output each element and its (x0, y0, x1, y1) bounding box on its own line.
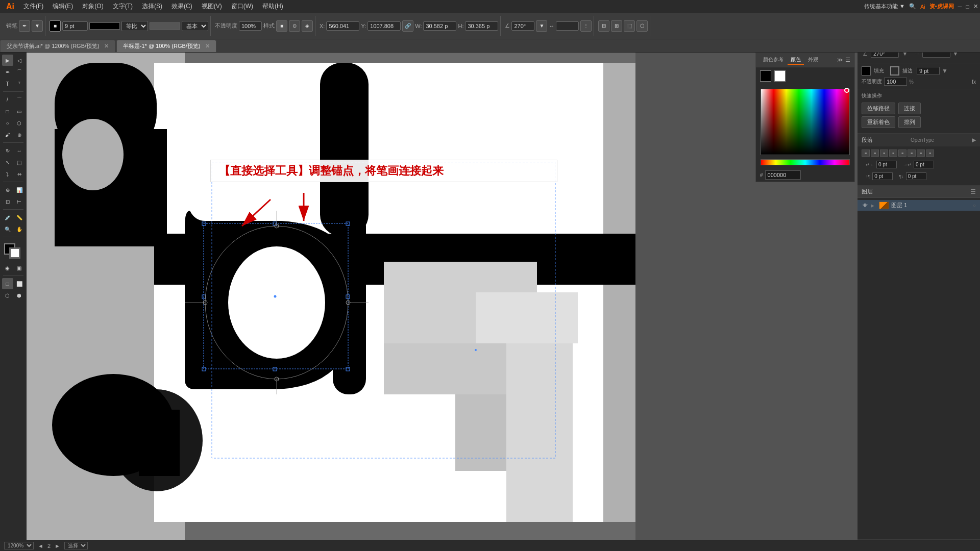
stroke-color-icon[interactable]: ■ (50, 20, 61, 32)
transform-icon[interactable]: ⬚ (624, 20, 635, 32)
space-after-input[interactable] (906, 172, 926, 180)
canvas-area[interactable]: 【直接选择工具】调整锚点，将笔画连接起来 (27, 53, 635, 551)
paintbrush-tool[interactable]: 🖌 (2, 129, 13, 140)
menu-effect[interactable]: 效果(C) (167, 1, 197, 12)
menu-view[interactable]: 视图(V) (198, 1, 226, 12)
stroke-swatch[interactable] (890, 66, 899, 76)
rounded-rect-tool[interactable]: ▭ (14, 106, 25, 117)
join-btn[interactable]: 连接 (898, 103, 921, 114)
align-right[interactable]: ≡ (880, 149, 888, 157)
align-justify-last-center[interactable]: ≡ (908, 149, 916, 157)
artboard-tool[interactable]: ⊡ (2, 196, 13, 207)
measure-tool[interactable]: 📏 (14, 212, 25, 223)
layer-1-expand[interactable]: ▶ (871, 203, 877, 208)
touch-type-tool[interactable]: ᵀ (14, 78, 25, 89)
mode-select[interactable]: 选择 (64, 542, 88, 549)
polygon-tool[interactable]: ⬡ (14, 117, 25, 129)
warp-tool[interactable]: ⤵ (2, 168, 13, 180)
color-ref-tab[interactable]: 颜色参考 (760, 55, 787, 65)
style-selector[interactable]: ■ (276, 20, 287, 32)
hex-input[interactable] (765, 170, 801, 180)
scale-tool[interactable]: ⤡ (2, 157, 13, 168)
eyedropper-tool[interactable]: 💉 (2, 212, 13, 223)
stroke-color[interactable] (9, 247, 20, 259)
rotate-tool[interactable]: ↻ (2, 145, 13, 156)
w-input[interactable] (423, 21, 456, 31)
window-maximize[interactable]: □ (966, 4, 969, 10)
rect-tool[interactable]: □ (2, 106, 13, 117)
extra-1[interactable]: ⬡ (2, 290, 13, 301)
width-tool[interactable]: ⇔ (14, 168, 25, 180)
indent-left-input[interactable] (876, 161, 897, 168)
window-minimize[interactable]: ─ (958, 4, 962, 10)
type-tool[interactable]: T (2, 78, 13, 89)
window-close[interactable]: ✕ (973, 3, 978, 10)
more-options[interactable]: ⋮ (580, 20, 592, 32)
recolor-btn[interactable]: 重新着色 (862, 116, 895, 128)
menu-file[interactable]: 文件(F) (19, 1, 47, 12)
gradient-mode[interactable]: ▣ (14, 262, 25, 273)
menu-object[interactable]: 对象(O) (78, 1, 107, 12)
slice-tool[interactable]: ⊢ (14, 196, 25, 207)
x-input[interactable] (326, 21, 359, 31)
menu-window[interactable]: 窗口(W) (227, 1, 257, 12)
arrange-btn[interactable]: 排列 (898, 116, 921, 128)
layer-1-visibility[interactable]: 👁 (862, 203, 869, 208)
fx-btn[interactable]: fx (972, 79, 976, 85)
layer-lock-icon[interactable]: ○ (973, 203, 976, 208)
indent-right-input[interactable] (914, 161, 934, 168)
pen-icon[interactable]: ✒ (19, 20, 30, 32)
layers-options-icon[interactable]: ☰ (970, 188, 976, 195)
color-hue-bar[interactable] (761, 159, 850, 165)
style-icon3[interactable]: ◈ (302, 20, 313, 32)
tab-0[interactable]: 父亲节讲解.ai* @ 1200% (RGB/预览) ✕ (0, 40, 115, 52)
stroke-expand[interactable]: ▼ (942, 67, 948, 74)
align-justify[interactable]: ≡ (889, 149, 897, 157)
full-mode[interactable]: ⬜ (14, 278, 25, 289)
foreground-swatch[interactable] (760, 70, 771, 82)
line-tool[interactable]: / (2, 94, 13, 105)
tab-1[interactable]: 半标题-1* @ 100% (RGB/预览) ✕ (116, 40, 216, 52)
align-justify-all[interactable]: ≡ (926, 149, 934, 157)
size2-input[interactable] (556, 21, 579, 31)
align-justify-last-left[interactable]: ≡ (898, 149, 906, 157)
selection-tool[interactable]: ▶ (2, 55, 13, 66)
search-icon[interactable]: 🔍 (909, 3, 916, 10)
panel-expand-icon[interactable]: ≫ (837, 57, 843, 63)
symbol-tool[interactable]: ⊛ (2, 184, 13, 195)
arc-tool[interactable]: ⌒ (14, 94, 25, 105)
h-input[interactable] (465, 21, 498, 31)
tab-0-close[interactable]: ✕ (104, 43, 109, 49)
menu-select[interactable]: 选择(S) (138, 1, 166, 12)
opacity-input[interactable] (239, 21, 262, 31)
direct-selection-tool[interactable]: ◁ (14, 55, 25, 66)
pen-tool[interactable]: ✒ (2, 66, 13, 78)
para-header[interactable]: 段落 OpenType ▶ (857, 134, 980, 146)
layer-1-item[interactable]: 👁 ▶ 图层 1 ○ (857, 200, 980, 211)
menu-help[interactable]: 帮助(H) (258, 1, 287, 12)
extra-2[interactable]: ⬢ (14, 290, 25, 301)
para-expand-icon[interactable]: ▶ (972, 137, 976, 143)
angle-expand[interactable]: ▼ (536, 20, 547, 32)
color-mode[interactable]: ◉ (2, 262, 13, 273)
appearance-tab[interactable]: 外观 (805, 55, 821, 65)
stroke-type-select[interactable]: 等比 (121, 21, 148, 31)
zoom-tool[interactable]: 🔍 (2, 223, 13, 235)
fill-swatch[interactable] (862, 66, 871, 76)
reflect-tool[interactable]: ↔ (14, 145, 25, 156)
color-spectrum[interactable] (761, 89, 850, 155)
menu-edit[interactable]: 编辑(E) (48, 1, 77, 12)
style-icon2[interactable]: ⊙ (289, 20, 300, 32)
align-justify-last-right[interactable]: ≡ (917, 149, 925, 157)
shear-tool[interactable]: ⬚ (14, 157, 25, 168)
zoom-select[interactable]: 1200% (4, 542, 34, 549)
pen-settings[interactable]: ▼ (32, 20, 43, 32)
align-icon[interactable]: ⊟ (598, 20, 609, 32)
normal-mode[interactable]: □ (2, 278, 13, 289)
pathfinder-icon[interactable]: ⬡ (636, 20, 648, 32)
stroke-size-prop[interactable] (917, 67, 940, 75)
link-proportions[interactable]: 🔗 (402, 20, 413, 32)
opacity-prop-input[interactable] (884, 78, 907, 86)
blob-brush-tool[interactable]: ⊕ (14, 129, 25, 140)
hand-tool[interactable]: ✋ (14, 223, 25, 235)
